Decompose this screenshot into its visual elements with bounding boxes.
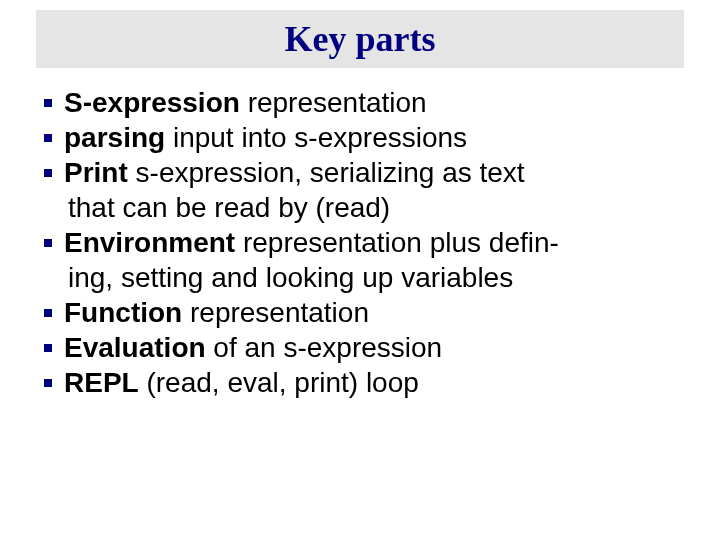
slide-title: Key parts [285,19,436,59]
slide: Key parts S-expression representation pa… [0,10,720,540]
bullet-item: Print s-expression, serializing as text [44,156,676,189]
title-bar: Key parts [36,10,684,68]
bullet-bold-text: S-expression [64,87,240,118]
bullet-text: ing, setting and looking up variables [68,262,513,293]
bullet-item: Environment representation plus defin- [44,226,676,259]
bullet-text: representation [182,297,369,328]
bullet-bold-text: Evaluation [64,332,206,363]
bullet-continuation: that can be read by (read) [44,191,676,224]
bullet-bold-text: parsing [64,122,165,153]
bullet-text: representation plus defin- [235,227,559,258]
bullet-text: of an s-expression [206,332,443,363]
bullet-icon [44,169,52,177]
slide-content: S-expression representation parsing inpu… [44,86,676,399]
bullet-icon [44,239,52,247]
bullet-text: that can be read by (read) [68,192,390,223]
bullet-item: S-expression representation [44,86,676,119]
bullet-icon [44,134,52,142]
bullet-bold-text: Environment [64,227,235,258]
bullet-bold-text: REPL [64,367,139,398]
bullet-text: s-expression, serializing as text [128,157,525,188]
bullet-text: input into s-expressions [165,122,467,153]
bullet-item: parsing input into s-expressions [44,121,676,154]
bullet-bold-text: Print [64,157,128,188]
bullet-item: Evaluation of an s-expression [44,331,676,364]
bullet-icon [44,99,52,107]
bullet-continuation: ing, setting and looking up variables [44,261,676,294]
bullet-icon [44,309,52,317]
bullet-text: representation [240,87,427,118]
bullet-item: REPL (read, eval, print) loop [44,366,676,399]
bullet-icon [44,344,52,352]
bullet-bold-text: Function [64,297,182,328]
bullet-item: Function representation [44,296,676,329]
bullet-text: (read, eval, print) loop [139,367,419,398]
bullet-icon [44,379,52,387]
